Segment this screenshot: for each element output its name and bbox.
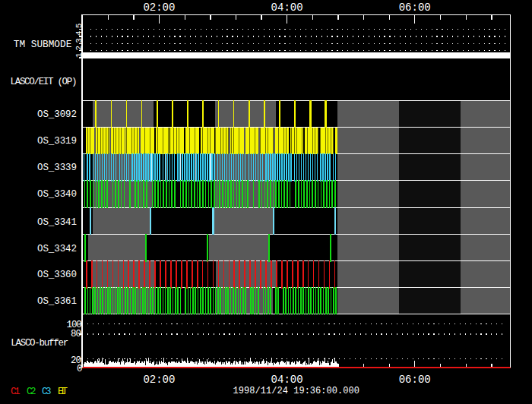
svg-text:3: 3 xyxy=(74,38,84,43)
svg-text:OS_3319: OS_3319 xyxy=(37,136,77,147)
svg-text:C1: C1 xyxy=(11,387,21,397)
svg-text:02:00: 02:00 xyxy=(143,374,175,386)
svg-text:OS_3339: OS_3339 xyxy=(37,163,77,173)
svg-text:04:00: 04:00 xyxy=(271,374,303,386)
svg-text:OS_3341: OS_3341 xyxy=(37,217,77,228)
svg-text:4: 4 xyxy=(74,30,84,36)
svg-text:02:00: 02:00 xyxy=(143,2,175,14)
svg-text:LASCO/EIT (OP): LASCO/EIT (OP) xyxy=(11,77,78,87)
svg-text:OS_3361: OS_3361 xyxy=(37,296,77,307)
svg-text:1998/11/24 19:36:00.000: 1998/11/24 19:36:00.000 xyxy=(233,386,360,396)
svg-text:2: 2 xyxy=(74,46,84,51)
svg-text:80: 80 xyxy=(71,329,81,339)
svg-text:06:00: 06:00 xyxy=(399,2,431,14)
svg-text:C2: C2 xyxy=(27,387,36,397)
svg-text:04:00: 04:00 xyxy=(271,2,303,14)
svg-text:06:00: 06:00 xyxy=(399,374,431,386)
svg-text:OS_3092: OS_3092 xyxy=(37,109,77,120)
svg-text:OS_3340: OS_3340 xyxy=(37,189,77,200)
svg-text:EIT: EIT xyxy=(58,387,68,397)
svg-text:TM SUBMODE: TM SUBMODE xyxy=(14,39,72,50)
svg-text:1: 1 xyxy=(74,52,84,58)
svg-text:C3: C3 xyxy=(42,387,52,397)
svg-text:LASCO-buffer: LASCO-buffer xyxy=(11,338,68,349)
svg-text:OS_3342: OS_3342 xyxy=(37,244,77,254)
svg-text:5: 5 xyxy=(74,24,84,29)
svg-text:OS_3360: OS_3360 xyxy=(37,270,77,280)
svg-text:0: 0 xyxy=(77,364,83,374)
